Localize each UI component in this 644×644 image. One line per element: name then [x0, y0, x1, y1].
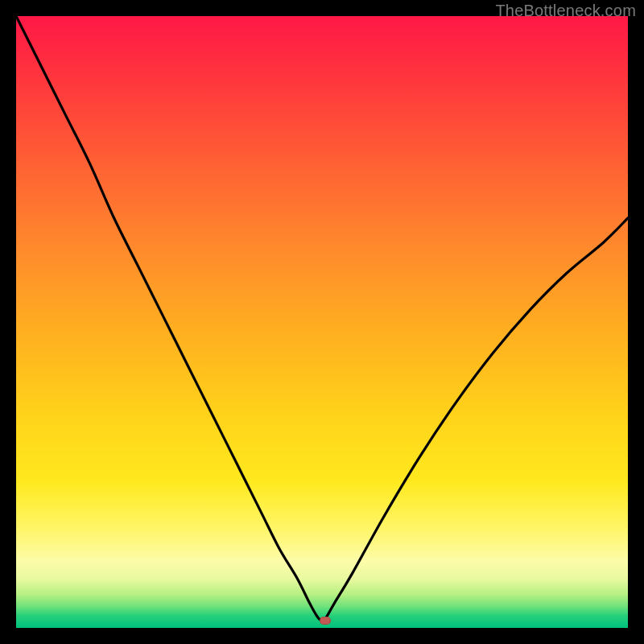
watermark-text: TheBottleneck.com	[495, 2, 636, 20]
outer-frame: TheBottleneck.com	[0, 0, 644, 644]
optimum-marker	[320, 617, 331, 625]
bottleneck-curve	[16, 16, 628, 628]
